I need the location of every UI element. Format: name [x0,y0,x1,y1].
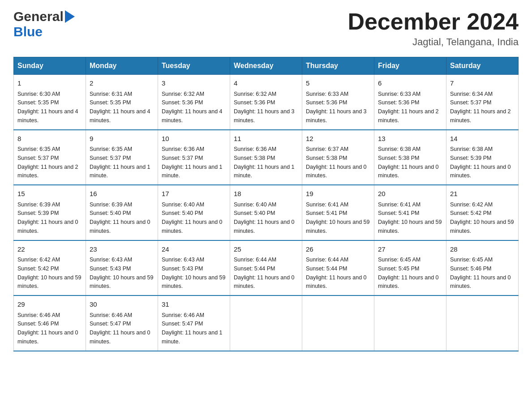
sunset-text: Sunset: 5:47 PM [162,321,203,327]
calendar-day-cell: 10Sunrise: 6:36 AMSunset: 5:37 PMDayligh… [158,130,230,185]
daylight-text: Daylight: 11 hours and 1 minute. [162,164,223,179]
sunset-text: Sunset: 5:38 PM [234,155,275,161]
calendar-day-cell: 25Sunrise: 6:44 AMSunset: 5:44 PMDayligh… [230,240,302,296]
calendar-week-row: 15Sunrise: 6:39 AMSunset: 5:39 PMDayligh… [14,185,519,240]
calendar-day-cell: 27Sunrise: 6:45 AMSunset: 5:45 PMDayligh… [374,240,446,296]
sunset-text: Sunset: 5:40 PM [234,210,275,216]
sunrise-text: Sunrise: 6:45 AM [378,257,420,263]
sunrise-text: Sunrise: 6:42 AM [450,201,493,208]
sunrise-text: Sunrise: 6:38 AM [378,146,420,152]
daylight-text: Daylight: 11 hours and 0 minutes. [378,274,439,290]
daylight-text: Daylight: 11 hours and 4 minutes. [162,108,223,124]
daylight-text: Daylight: 11 hours and 0 minutes. [306,164,367,179]
sunrise-text: Sunrise: 6:46 AM [17,312,60,318]
calendar-day-cell: 15Sunrise: 6:39 AMSunset: 5:39 PMDayligh… [14,185,86,240]
sunset-text: Sunset: 5:37 PM [450,99,491,106]
sunrise-text: Sunrise: 6:44 AM [234,257,276,263]
daylight-text: Daylight: 11 hours and 0 minutes. [90,330,150,345]
day-number: 17 [162,189,226,199]
logo-blue-text: Blue [13,24,43,39]
calendar-day-cell [230,295,302,351]
sunset-text: Sunset: 5:38 PM [306,155,347,161]
day-number: 9 [90,134,154,144]
calendar-day-cell: 12Sunrise: 6:37 AMSunset: 5:38 PMDayligh… [302,130,374,185]
calendar-day-cell: 1Sunrise: 6:30 AMSunset: 5:35 PMDaylight… [14,75,86,130]
daylight-text: Daylight: 11 hours and 3 minutes. [234,108,295,124]
sunrise-text: Sunrise: 6:44 AM [306,257,348,263]
sunset-text: Sunset: 5:37 PM [90,155,131,161]
sunrise-text: Sunrise: 6:38 AM [450,146,493,152]
sunrise-text: Sunrise: 6:45 AM [450,257,493,263]
sunrise-text: Sunrise: 6:33 AM [306,91,348,97]
day-number: 31 [162,300,226,310]
daylight-text: Daylight: 11 hours and 1 minute. [90,164,150,179]
calendar-day-cell: 28Sunrise: 6:45 AMSunset: 5:46 PMDayligh… [446,240,519,296]
sunrise-text: Sunrise: 6:46 AM [162,312,204,318]
daylight-text: Daylight: 11 hours and 2 minutes. [378,108,439,124]
day-number: 7 [450,78,515,89]
calendar-week-row: 1Sunrise: 6:30 AMSunset: 5:35 PMDaylight… [14,75,519,130]
calendar-day-cell: 19Sunrise: 6:41 AMSunset: 5:41 PMDayligh… [302,185,374,240]
sunrise-text: Sunrise: 6:35 AM [90,146,132,152]
calendar-day-cell: 14Sunrise: 6:38 AMSunset: 5:39 PMDayligh… [446,130,519,185]
weekday-header: Sunday [14,57,86,75]
day-number: 29 [17,300,82,310]
sunrise-text: Sunrise: 6:41 AM [306,201,348,208]
daylight-text: Daylight: 10 hours and 59 minutes. [306,219,369,234]
sunset-text: Sunset: 5:37 PM [17,155,59,161]
location-title: Jagtial, Telangana, India [348,36,519,48]
sunrise-text: Sunrise: 6:43 AM [90,257,132,263]
day-number: 3 [162,78,226,89]
sunset-text: Sunset: 5:47 PM [90,321,131,327]
calendar-day-cell [302,295,374,351]
calendar-day-cell: 30Sunrise: 6:46 AMSunset: 5:47 PMDayligh… [86,295,158,351]
weekday-header: Monday [86,57,158,75]
day-number: 6 [378,78,442,89]
daylight-text: Daylight: 11 hours and 2 minutes. [17,164,78,179]
daylight-text: Daylight: 10 hours and 59 minutes. [17,274,81,290]
daylight-text: Daylight: 10 hours and 59 minutes. [162,274,225,290]
daylight-text: Daylight: 11 hours and 1 minute. [234,164,295,179]
day-number: 16 [90,189,154,199]
sunset-text: Sunset: 5:45 PM [378,265,419,272]
sunset-text: Sunset: 5:38 PM [378,155,419,161]
sunrise-text: Sunrise: 6:43 AM [162,257,204,263]
day-number: 18 [234,189,298,199]
sunrise-text: Sunrise: 6:46 AM [90,312,132,318]
sunrise-text: Sunrise: 6:39 AM [17,201,60,208]
calendar-day-cell: 16Sunrise: 6:39 AMSunset: 5:40 PMDayligh… [86,185,158,240]
sunrise-text: Sunrise: 6:35 AM [17,146,60,152]
sunset-text: Sunset: 5:46 PM [450,265,491,272]
day-number: 20 [378,189,442,199]
sunrise-text: Sunrise: 6:40 AM [162,201,204,208]
sunrise-text: Sunrise: 6:41 AM [378,201,420,208]
sunset-text: Sunset: 5:41 PM [378,210,419,216]
day-number: 25 [234,244,298,255]
daylight-text: Daylight: 11 hours and 4 minutes. [17,108,78,124]
calendar-header: SundayMondayTuesdayWednesdayThursdayFrid… [14,57,519,75]
sunset-text: Sunset: 5:43 PM [90,265,131,272]
day-number: 8 [17,134,82,144]
sunrise-text: Sunrise: 6:39 AM [90,201,132,208]
day-number: 12 [306,134,370,144]
sunset-text: Sunset: 5:42 PM [450,210,491,216]
calendar-day-cell: 9Sunrise: 6:35 AMSunset: 5:37 PMDaylight… [86,130,158,185]
sunset-text: Sunset: 5:39 PM [17,210,59,216]
day-number: 26 [306,244,370,255]
calendar-week-row: 22Sunrise: 6:42 AMSunset: 5:42 PMDayligh… [14,240,519,296]
sunrise-text: Sunrise: 6:30 AM [17,91,60,97]
day-number: 4 [234,78,298,89]
calendar-table: SundayMondayTuesdayWednesdayThursdayFrid… [13,57,519,351]
calendar-day-cell: 17Sunrise: 6:40 AMSunset: 5:40 PMDayligh… [158,185,230,240]
calendar-day-cell: 20Sunrise: 6:41 AMSunset: 5:41 PMDayligh… [374,185,446,240]
daylight-text: Daylight: 10 hours and 59 minutes. [90,274,153,290]
day-number: 24 [162,244,226,255]
day-number: 15 [17,189,82,199]
daylight-text: Daylight: 11 hours and 0 minutes. [234,274,295,290]
day-number: 10 [162,134,226,144]
daylight-text: Daylight: 11 hours and 3 minutes. [306,108,367,124]
calendar-day-cell: 23Sunrise: 6:43 AMSunset: 5:43 PMDayligh… [86,240,158,296]
daylight-text: Daylight: 10 hours and 59 minutes. [450,219,514,234]
svg-marker-0 [65,10,75,23]
sunrise-text: Sunrise: 6:32 AM [162,91,204,97]
